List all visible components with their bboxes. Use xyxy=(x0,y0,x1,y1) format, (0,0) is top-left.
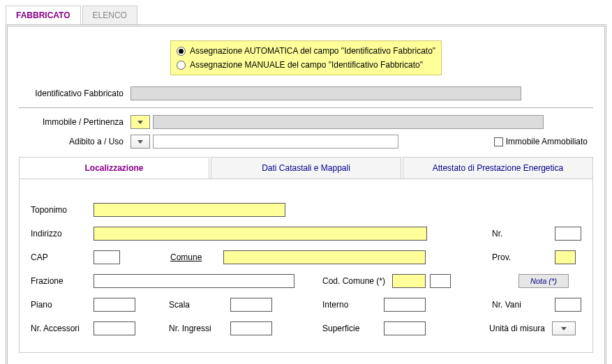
input-interno[interactable] xyxy=(384,298,426,312)
label-nr-ingressi: Nr. Ingressi xyxy=(169,324,230,333)
input-nr-vani[interactable] xyxy=(555,298,581,312)
row-immobile: Immobile / Pertinenza xyxy=(19,115,593,129)
input-superficie[interactable] xyxy=(384,321,426,335)
input-frazione[interactable] xyxy=(94,274,294,288)
sub-tabs: Localizzazione Dati Catastali e Mappali … xyxy=(19,157,593,179)
input-nr-ingressi[interactable] xyxy=(230,321,272,335)
label-scala: Scala xyxy=(169,300,230,310)
input-identificativo[interactable] xyxy=(130,86,521,100)
link-comune[interactable]: Comune xyxy=(170,252,223,262)
input-indirizzo[interactable] xyxy=(94,227,427,241)
radio-icon xyxy=(177,61,186,70)
row-frazione: Frazione Cod. Comune (*) Nota (*) xyxy=(31,274,581,288)
chevron-down-icon xyxy=(561,327,567,331)
subtab-attestato[interactable]: Attestato di Prestazione Energetica xyxy=(403,157,593,179)
label-toponimo: Toponimo xyxy=(31,205,94,215)
input-cod-comune[interactable] xyxy=(392,274,426,288)
label-interno: Interno xyxy=(322,300,384,310)
input-toponimo[interactable] xyxy=(94,203,285,217)
input-adibito-desc[interactable] xyxy=(153,135,398,149)
top-tabs: FABBRICATO ELENCO xyxy=(6,6,612,24)
select-immobile[interactable] xyxy=(130,115,150,129)
input-immobile-desc[interactable] xyxy=(153,115,544,129)
subtab-catastali[interactable]: Dati Catastali e Mappali xyxy=(211,157,401,179)
label-superficie: Superficie xyxy=(322,324,384,333)
input-piano[interactable] xyxy=(94,298,135,312)
chevron-down-icon xyxy=(137,121,143,124)
button-nota[interactable]: Nota (*) xyxy=(518,274,569,288)
label-adibito: Adibito a / Uso xyxy=(19,137,130,146)
label-cap: CAP xyxy=(31,252,94,262)
row-identificativo: Identificativo Fabbricato xyxy=(19,86,593,100)
label-unita-misura: Unità di misura xyxy=(489,324,552,333)
subtab-localizzazione[interactable]: Localizzazione xyxy=(19,157,209,179)
row-piano: Piano Scala Interno Nr. Vani xyxy=(31,298,581,312)
localizzazione-panel: Toponimo Indirizzo Nr. CAP Comune Prov. … xyxy=(19,179,593,353)
select-adibito[interactable] xyxy=(130,135,150,149)
row-adibito: Adibito a / Uso Immobile Ammobiliato xyxy=(19,135,593,149)
radio-manual-label: Assegnazione MANUALE del campo "Identifi… xyxy=(190,60,423,70)
label-nr-accessori: Nr. Accessori xyxy=(31,324,94,333)
input-scala[interactable] xyxy=(230,298,272,312)
select-unita-misura[interactable] xyxy=(552,321,576,335)
row-indirizzo: Indirizzo Nr. xyxy=(31,227,581,241)
chevron-down-icon xyxy=(137,140,143,144)
row-accessori: Nr. Accessori Nr. Ingressi Superficie Un… xyxy=(31,321,581,335)
tab-fabbricato[interactable]: FABBRICATO xyxy=(6,6,81,24)
input-nr-accessori[interactable] xyxy=(94,321,135,335)
divider xyxy=(19,107,593,108)
main-panel: Assegnazione AUTOMATICA del campo "Ident… xyxy=(6,24,606,364)
label-immobile: Immobile / Pertinenza xyxy=(19,117,130,127)
label-indirizzo: Indirizzo xyxy=(31,229,94,238)
input-cap[interactable] xyxy=(94,250,120,264)
row-toponimo: Toponimo xyxy=(31,203,581,217)
checkbox-ammobiliato[interactable]: Immobile Ammobiliato xyxy=(494,137,588,146)
input-prov[interactable] xyxy=(555,250,576,264)
label-nr-vani: Nr. Vani xyxy=(492,300,555,310)
input-cod-comune-ext[interactable] xyxy=(430,274,451,288)
checkbox-icon xyxy=(494,137,503,146)
radio-icon xyxy=(177,47,186,56)
assignment-radio-group: Assegnazione AUTOMATICA del campo "Ident… xyxy=(170,40,442,75)
label-prov: Prov. xyxy=(492,252,555,262)
checkbox-ammobiliato-label: Immobile Ammobiliato xyxy=(506,137,588,146)
label-cod-comune: Cod. Comune (*) xyxy=(322,276,392,286)
radio-auto-label: Assegnazione AUTOMATICA del campo "Ident… xyxy=(190,46,435,56)
label-frazione: Frazione xyxy=(31,276,94,286)
input-comune[interactable] xyxy=(223,250,426,264)
label-piano: Piano xyxy=(31,300,94,310)
tab-elenco[interactable]: ELENCO xyxy=(82,6,137,24)
label-nr: Nr. xyxy=(492,229,555,238)
input-nr[interactable] xyxy=(555,227,581,241)
radio-manual[interactable]: Assegnazione MANUALE del campo "Identifi… xyxy=(177,58,435,72)
radio-auto[interactable]: Assegnazione AUTOMATICA del campo "Ident… xyxy=(177,44,435,58)
row-cap: CAP Comune Prov. xyxy=(31,250,581,264)
label-identificativo: Identificativo Fabbricato xyxy=(19,89,130,98)
